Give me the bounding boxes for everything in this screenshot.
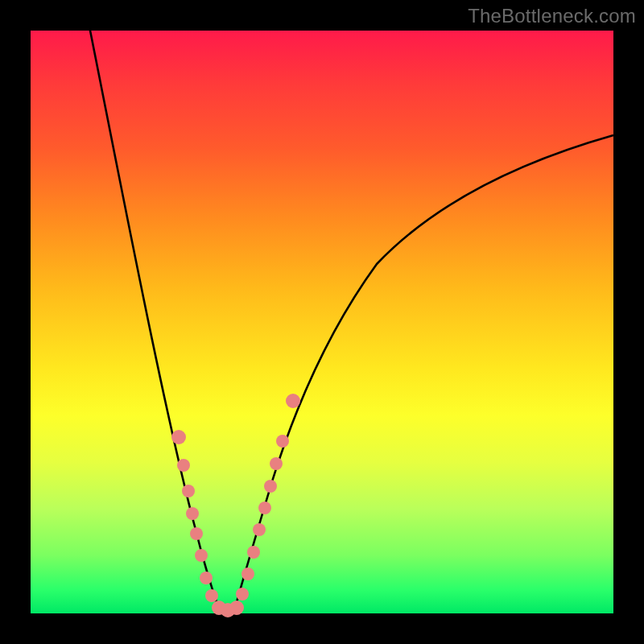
curve-left-arm	[89, 23, 221, 613]
chart-svg	[31, 31, 613, 613]
curve-right-arm	[233, 135, 613, 613]
marker-dot	[264, 480, 277, 493]
watermark-text: TheBottleneck.com	[468, 5, 636, 27]
plot-area	[31, 31, 613, 613]
marker-dot	[200, 572, 213, 584]
marker-dot	[253, 523, 266, 536]
marker-dot	[258, 502, 271, 514]
marker-dot	[205, 589, 218, 602]
marker-dot	[190, 527, 203, 540]
marker-dot	[247, 546, 260, 559]
marker-dot	[186, 507, 199, 520]
marker-dot	[276, 435, 289, 448]
marker-dot	[270, 457, 283, 470]
marker-dot	[229, 601, 244, 615]
marker-dot	[195, 549, 208, 562]
marker-dot	[236, 588, 249, 601]
marker-dot	[182, 485, 195, 497]
outer-frame: TheBottleneck.com	[0, 0, 644, 644]
marker-dot	[171, 430, 186, 444]
marker-dot	[242, 568, 254, 580]
marker-dot	[177, 459, 190, 472]
marker-dot	[286, 394, 300, 408]
